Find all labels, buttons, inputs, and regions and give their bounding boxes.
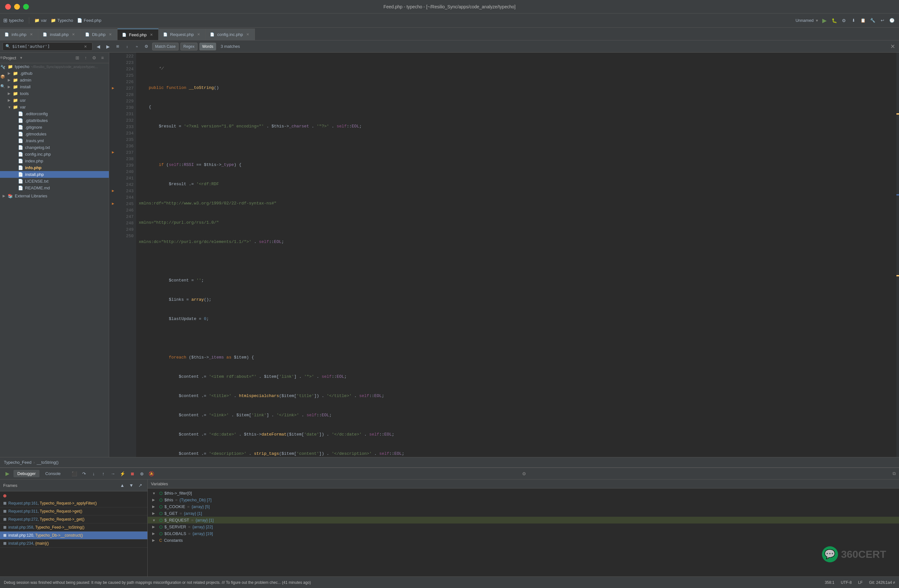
status-encoding[interactable]: UTF-8 — [841, 580, 852, 585]
var-folder[interactable]: 📁 var — [34, 18, 47, 23]
var-item-globals[interactable]: ▶ ⬡ $GLOBALS = {array} [19] — [148, 530, 899, 537]
run-button[interactable]: ▶ — [821, 17, 828, 25]
sidebar-item-config-inc[interactable]: 📄 config.inc.php — [0, 151, 109, 157]
search-next-button[interactable]: ▶ — [104, 43, 112, 50]
sidebar-item-index[interactable]: 📄 index.php — [0, 157, 109, 164]
sidebar-item-gitattributes[interactable]: 📄 .gitattributes — [0, 117, 109, 124]
sidebar-item-install-php[interactable]: 📄 install.php — [0, 171, 109, 178]
sidebar-icon-2[interactable]: ↑ — [82, 54, 89, 61]
tab-feed-php[interactable]: 📄 Feed.php ✕ — [117, 29, 159, 40]
search-btn-3[interactable]: ≈ — [133, 43, 141, 50]
close-tab-db-php[interactable]: ✕ — [108, 32, 113, 37]
sidebar-left-icon-4[interactable]: 🔍 — [0, 84, 5, 89]
sidebar-item-tools[interactable]: ▶ 📁 tools — [0, 90, 109, 97]
toolbar-btn-2[interactable]: 📋 — [859, 17, 867, 25]
sidebar-item-gitmodules[interactable]: 📄 .gitmodules — [0, 131, 109, 137]
words-button[interactable]: Words — [199, 43, 216, 50]
dbg-eval[interactable]: ⚡ — [119, 469, 127, 478]
var-item-this[interactable]: ▶ ⬡ $this = {Typecho_Db} [7] — [148, 497, 899, 503]
sidebar-icon-4[interactable]: ≡ — [99, 54, 106, 61]
frame-item-2[interactable]: ▦ Request.php:272, Typecho_Request->_get… — [0, 515, 147, 523]
sidebar-left-icon-3[interactable]: 📦 — [0, 74, 5, 79]
var-item-request[interactable]: ▼ ⬡ $_REQUEST = {array} [1] — [148, 517, 899, 523]
sidebar-item-editorconfig[interactable]: 📄 .editorconfig — [0, 110, 109, 117]
feed-file[interactable]: 📄 Feed.php — [77, 18, 102, 23]
sidebar-left-icon-2[interactable]: 🔧 — [0, 65, 5, 69]
sidebar-item-install-folder[interactable]: ▶ 📁 install — [0, 83, 109, 90]
frame-item-3[interactable]: ▦ install.php:358, Typecho_Feed->__toStr… — [0, 523, 147, 531]
var-item-get[interactable]: ▶ ⬡ $_GET = {array} [1] — [148, 510, 899, 517]
status-position[interactable]: 358:1 — [825, 580, 834, 585]
toolbar-btn-5[interactable]: 🕐 — [888, 17, 896, 25]
console-tab[interactable]: Console — [42, 470, 65, 477]
search-clear-icon[interactable]: ✕ — [84, 44, 87, 49]
sidebar-icon-3[interactable]: ⚙ — [91, 54, 97, 61]
bottom-panel-restore[interactable]: ⧉ — [893, 471, 896, 476]
typecho-folder[interactable]: 📁 Typecho — [51, 18, 73, 23]
regex-button[interactable]: Regex — [181, 43, 198, 50]
bottom-panel-settings[interactable]: ⚙ — [522, 471, 526, 476]
maximize-button[interactable] — [23, 4, 29, 9]
app-name[interactable]: ⊞ typecho — [3, 17, 24, 23]
var-item-filter[interactable]: ▼ ⬡ $this->_filter[0] — [148, 490, 899, 497]
sidebar-item-travis[interactable]: 📄 .travis.yml — [0, 137, 109, 144]
run-config[interactable]: Unnamed ▼ — [796, 18, 819, 23]
close-tab-install-php[interactable]: ✕ — [71, 32, 76, 37]
search-filter-button[interactable]: ⊞ — [114, 43, 121, 50]
breadcrumb-method[interactable]: __toString() — [37, 460, 59, 465]
dbg-stop-button[interactable]: ⬛ — [70, 469, 79, 478]
frame-item-4[interactable]: ▦ install.php:120, Typecho_Db->__constru… — [0, 531, 147, 540]
dbg-settings[interactable]: ⊕ — [138, 469, 146, 478]
tab-install-php[interactable]: 📄 install.php ✕ — [38, 29, 80, 40]
dbg-step-out[interactable]: ↑ — [99, 469, 108, 478]
sidebar-item-usr[interactable]: ▶ 📁 usr — [0, 97, 109, 104]
tab-config-inc-php[interactable]: 📄 config.inc.php ✕ — [205, 29, 255, 40]
status-line-sep[interactable]: LF — [858, 580, 863, 585]
dbg-terminate[interactable]: ⏹ — [128, 469, 136, 478]
debugger-tab[interactable]: Debugger — [14, 470, 40, 477]
minimize-button[interactable] — [14, 4, 20, 9]
sidebar-icon-1[interactable]: ⊞ — [74, 54, 80, 61]
tab-db-php[interactable]: 📄 Db.php ✕ — [80, 29, 117, 40]
sidebar-item-external-libs[interactable]: ▶ 📚 External Libraries — [0, 193, 109, 199]
frames-up-button[interactable]: ▲ — [119, 482, 126, 489]
dbg-step-over[interactable]: ↷ — [80, 469, 88, 478]
frame-item-0[interactable]: ▦ Request.php:161, Typecho_Request->_app… — [0, 499, 147, 508]
frames-expand-button[interactable]: ↗ — [136, 482, 144, 489]
dbg-mute[interactable]: 🔕 — [147, 469, 156, 478]
search-close-button[interactable]: ✕ — [889, 43, 896, 50]
toolbar-btn-1[interactable]: ⬇ — [850, 17, 857, 25]
breadcrumb-class[interactable]: Typecho_Feed — [4, 460, 31, 465]
toolbar-btn-3[interactable]: 🔧 — [869, 17, 876, 25]
var-item-constants[interactable]: ▶ C Constants — [148, 537, 899, 544]
var-item-cookie[interactable]: ▶ ⬡ $_COOKIE = {array} [5] — [148, 503, 899, 510]
search-input[interactable] — [12, 44, 83, 49]
sidebar-item-admin[interactable]: ▶ 📁 admin — [0, 77, 109, 83]
frame-item-1[interactable]: ▦ Request.php:311, Typecho_Request->get(… — [0, 508, 147, 515]
match-case-button[interactable]: Match Case — [152, 43, 179, 50]
search-prev-button[interactable]: ◀ — [94, 43, 102, 50]
debug-button[interactable]: 🐛 — [830, 17, 838, 25]
dbg-run-cursor[interactable]: → — [109, 469, 117, 478]
sidebar-item-gitignore[interactable]: 📄 .gitignore — [0, 124, 109, 131]
sidebar-item-github[interactable]: ▶ 📁 .github — [0, 70, 109, 77]
tab-request-php[interactable]: 📄 Request.php ✕ — [159, 29, 206, 40]
sidebar-item-typecho[interactable]: ▼ 📁 typecho ~/Resilio_Sync/apps/code_ana… — [0, 63, 109, 70]
close-tab-feed-php[interactable]: ✕ — [149, 32, 154, 37]
code-lines[interactable]: */ public function __toString() { $resul… — [136, 52, 899, 457]
sidebar-item-readme[interactable]: 📄 README.md — [0, 185, 109, 191]
coverage-button[interactable]: ⚙ — [840, 17, 848, 25]
frame-item-5[interactable]: ▦ install.php:234, {main}() — [0, 540, 147, 548]
sidebar-left-icon-1[interactable]: ⊞ — [0, 55, 5, 60]
debug-run-button[interactable]: ▶ — [3, 469, 12, 478]
sidebar-item-var[interactable]: ▼ 📁 var — [0, 104, 109, 110]
sidebar-item-license[interactable]: 📄 LICENSE.txt — [0, 178, 109, 185]
close-tab-info-php[interactable]: ✕ — [29, 32, 33, 37]
search-settings-button[interactable]: ⚙ — [142, 43, 150, 50]
frames-down-button[interactable]: ▼ — [127, 482, 135, 489]
status-git[interactable]: Git: 242fc1a4 ≠ — [869, 580, 895, 585]
search-expand-button[interactable]: ↕ — [123, 43, 131, 50]
var-item-server[interactable]: ▶ ⬡ $_SERVER = {array} [22] — [148, 523, 899, 530]
tab-info-php[interactable]: 📄 info.php ✕ — [0, 29, 38, 40]
close-tab-request-php[interactable]: ✕ — [196, 32, 201, 37]
